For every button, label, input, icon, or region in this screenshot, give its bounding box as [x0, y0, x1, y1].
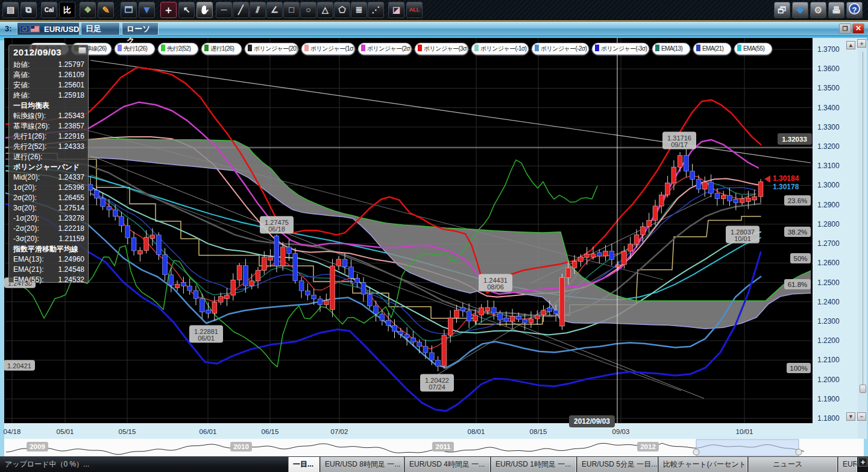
svg-text:1.3200: 1.3200 [817, 142, 840, 151]
svg-text:07/24: 07/24 [429, 383, 445, 391]
svg-text:1.2300: 1.2300 [817, 317, 840, 326]
svg-text:1.3100: 1.3100 [817, 162, 840, 170]
svg-text:1.30184: 1.30184 [773, 174, 799, 183]
svg-text:08/15: 08/15 [530, 428, 547, 435]
svg-text:08/06: 08/06 [487, 283, 504, 291]
svg-text:61.8%: 61.8% [788, 281, 808, 288]
svg-text:1.3300: 1.3300 [817, 123, 840, 131]
svg-text:1.2500: 1.2500 [817, 278, 840, 287]
svg-text:1.3600: 1.3600 [817, 65, 840, 73]
svg-text:06/18: 06/18 [268, 225, 285, 233]
svg-text:1.2000: 1.2000 [817, 376, 840, 384]
svg-text:50%: 50% [793, 255, 807, 262]
svg-text:1.3000: 1.3000 [817, 181, 840, 189]
svg-text:1.20421: 1.20421 [7, 362, 31, 370]
svg-text:2009: 2009 [30, 443, 45, 450]
svg-text:1.2200: 1.2200 [817, 336, 840, 345]
svg-text:1.20422: 1.20422 [425, 377, 449, 384]
svg-text:1.31716: 1.31716 [667, 134, 691, 142]
svg-text:1.32033: 1.32033 [782, 136, 807, 143]
svg-text:38.2%: 38.2% [788, 228, 808, 236]
svg-text:09/03: 09/03 [612, 428, 630, 435]
svg-text:09/17: 09/17 [671, 141, 688, 148]
svg-text:06/01: 06/01 [200, 428, 217, 435]
svg-text:08/01: 08/01 [468, 428, 485, 435]
svg-text:1.2800: 1.2800 [817, 220, 840, 228]
svg-text:06/15: 06/15 [262, 428, 279, 435]
svg-text:10/01: 10/01 [734, 235, 751, 242]
svg-text:06/01: 06/01 [198, 335, 215, 342]
svg-text:1.28037: 1.28037 [731, 228, 755, 236]
svg-text:05/15: 05/15 [119, 428, 136, 435]
svg-text:1.3400: 1.3400 [817, 104, 840, 112]
svg-text:23.6%: 23.6% [788, 197, 808, 204]
svg-text:1.3500: 1.3500 [817, 84, 840, 92]
svg-text:2010: 2010 [233, 443, 249, 450]
svg-text:2012/09/03: 2012/09/03 [574, 417, 610, 426]
svg-text:07/02: 07/02 [331, 428, 348, 435]
svg-text:1.1800: 1.1800 [817, 414, 840, 423]
svg-text:04/18: 04/18 [4, 428, 21, 435]
svg-text:1.27475: 1.27475 [265, 219, 289, 226]
svg-text:1.2600: 1.2600 [817, 259, 840, 267]
svg-text:1.24431: 1.24431 [483, 277, 508, 284]
svg-text:1.30178: 1.30178 [773, 183, 799, 191]
svg-text:1.22881: 1.22881 [194, 328, 218, 335]
svg-text:100%: 100% [790, 365, 807, 372]
svg-text:1.2400: 1.2400 [817, 298, 840, 306]
svg-text:1.2900: 1.2900 [817, 201, 840, 209]
svg-text:1.1900: 1.1900 [817, 395, 840, 403]
svg-text:1.2700: 1.2700 [817, 239, 840, 248]
svg-text:2011: 2011 [436, 443, 451, 450]
svg-text:2012: 2012 [640, 443, 656, 450]
svg-text:10/01: 10/01 [736, 428, 753, 435]
svg-text:05/01: 05/01 [57, 428, 74, 435]
svg-text:1.2100: 1.2100 [817, 356, 840, 364]
svg-text:1.3700: 1.3700 [817, 45, 840, 54]
